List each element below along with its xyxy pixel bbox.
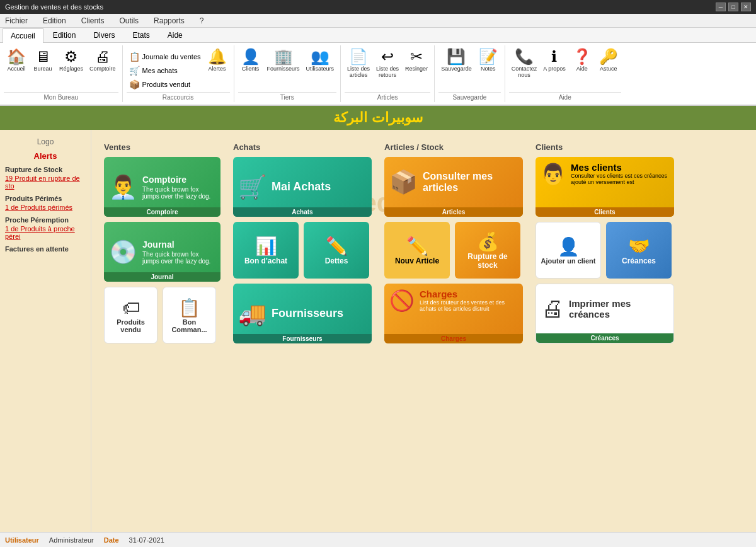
card-journal-sub: The quick brown fox jumps over the lazy … (142, 251, 215, 265)
btn-contact[interactable]: 📞 Contacteznous (509, 48, 540, 79)
btn-mes-achats[interactable]: 🛒 Mes achats (127, 64, 203, 77)
section-proche-peremption[interactable]: Proche Péremption (5, 216, 86, 224)
card-bon-achat[interactable]: 📊 Bon d'achat (233, 222, 299, 279)
section-achats: Achats 🛒 Mai Achats Achats 📊 (233, 142, 372, 343)
menu-fichier[interactable]: Fichier (3, 15, 30, 26)
btn-journale-ventes[interactable]: 📋 Journale du ventes (127, 50, 203, 63)
card-imprimer-creances[interactable]: 🖨 Imprimer mes créances Créances (536, 284, 674, 343)
section-clients: Clients 👨 Mes clients Consulter vos clie… (536, 142, 674, 343)
cart-card-icon: 🛒 (238, 174, 266, 200)
btn-accueil[interactable]: 🏠 Accueil (4, 48, 29, 73)
ribbon-tabs: Accueil Edition Divers Etats Aide (0, 28, 756, 43)
card-ajouter-client[interactable]: 👤 Ajouter un client (536, 222, 601, 279)
btn-produits-vendut[interactable]: 📦 Produits vendut (127, 78, 203, 91)
btn-reglages[interactable]: ⚙ Réglages (57, 48, 86, 73)
section-ventes: Ventes 👨‍💼 Comptoire The quick brown fox… (104, 142, 220, 343)
menu-edition[interactable]: Edition (40, 15, 69, 26)
btn-astuce[interactable]: 🔑 Astuce (596, 48, 621, 73)
mai-achats-label: Achats (233, 207, 372, 217)
alert-perimes-count[interactable]: 1 de Produits périmés (5, 202, 86, 212)
card-nouv-article[interactable]: ✏️ Nouv Article (384, 222, 450, 279)
card-comptoire[interactable]: 👨‍💼 Comptoire The quick brown fox jumps … (104, 157, 220, 217)
creances-title: Créances (622, 256, 656, 265)
phone-icon: 📞 (515, 49, 534, 64)
btn-liste-articles[interactable]: 📄 Liste desarticles (345, 48, 372, 79)
group-label-articles: Articles (345, 92, 430, 102)
tab-accueil[interactable]: Accueil (3, 28, 43, 43)
journal-icon: 📋 (129, 52, 140, 62)
supplier-icon: 🏢 (274, 49, 293, 64)
close-btn[interactable]: ✕ (741, 3, 751, 11)
btn-fournisseurs[interactable]: 🏢 Fournisseurs (265, 48, 302, 73)
fournisseurs-title: Fournisseurs (272, 307, 367, 320)
minimize-btn[interactable]: ─ (716, 3, 726, 11)
maximize-btn[interactable]: □ (728, 3, 738, 11)
person-icon: 👨 (541, 162, 566, 186)
group-aide: 📞 Contacteznous ℹ A propos ❓ Aide 🔑 Astu… (505, 45, 625, 102)
btn-sauvegarde[interactable]: 💾 Sauvegarde (438, 48, 474, 73)
menu-help[interactable]: ? (197, 15, 207, 26)
group-label-raccourcis: Raccourcis (127, 92, 230, 102)
rupture-stock-title: Rupture de stock (459, 252, 517, 270)
mes-clients-title: Mes clients (571, 162, 669, 173)
scissors-icon: ✂ (410, 49, 423, 64)
card-rupture-stock[interactable]: 💰 Rupture de stock (455, 222, 520, 279)
edit-icon: ✏️ (406, 236, 428, 256)
card-bon-commande[interactable]: 📋 Bon Comman... (163, 287, 216, 343)
card-fournisseurs[interactable]: 🚚 Fournisseurs Fournisseurs (233, 284, 372, 343)
card-creances[interactable]: 🤝 Créances (606, 222, 672, 279)
title-bar: Gestion de ventes et des stocks ─ □ ✕ (0, 0, 756, 14)
card-mai-achats[interactable]: 🛒 Mai Achats Achats (233, 157, 372, 217)
articles-label: Articles (384, 207, 523, 217)
menu-rapports[interactable]: Rapports (151, 15, 187, 26)
card-produits-vendu[interactable]: 🏷 Produits vendu (104, 287, 158, 343)
card-consulter-articles[interactable]: 📦 Consulter mes articles Articles (384, 157, 523, 217)
bon-commande-title: Bon Comman... (167, 318, 212, 333)
brand-name: سوبيرات البركة (333, 110, 422, 125)
btn-resinger[interactable]: ✂ Resinger (403, 48, 430, 73)
btn-clients[interactable]: 👤 Clients (238, 48, 263, 73)
comptoire-icon: 👨‍💼 (109, 174, 137, 200)
card-journal[interactable]: 💿 Journal The quick brown fox jumps over… (104, 222, 220, 282)
tab-divers[interactable]: Divers (85, 28, 123, 42)
btn-aide[interactable]: ❓ Aide (570, 48, 595, 73)
dashboard: Ouedkniss.com Ventes 👨‍💼 Comptoire The q… (91, 130, 756, 539)
printer-icon: 🖨 (95, 49, 110, 64)
btn-liste-retours[interactable]: ↩ Liste desretours (374, 48, 401, 79)
btn-notes[interactable]: 📝 Notes (476, 48, 501, 73)
card-journal-title: Journal (142, 239, 215, 250)
card-charges[interactable]: 🚫 Charges List des routeur des ventes et… (384, 284, 523, 343)
btn-apropos[interactable]: ℹ A propos (541, 48, 568, 73)
btn-utilisateurs[interactable]: 👥 Utilisateurs (304, 48, 337, 73)
card-comptoire-sub: The quick brown fox jumps over the lazy … (142, 186, 215, 200)
list-icon: 📄 (349, 49, 368, 64)
save-icon: 💾 (447, 49, 466, 64)
group-raccourcis: 📋 Journale du ventes 🛒 Mes achats 📦 Prod… (123, 45, 234, 102)
menu-bar: Fichier Edition Clients Outils Rapports … (0, 14, 756, 28)
box2-icon: 📦 (389, 169, 418, 195)
btn-comptoire[interactable]: 🖨 Comptoire (87, 48, 118, 73)
menu-outils[interactable]: Outils (117, 15, 141, 26)
btn-alertes[interactable]: 🔔 Alertes (205, 48, 230, 73)
tab-aide[interactable]: Aide (159, 28, 191, 42)
label-ventes: Ventes (104, 142, 220, 152)
group-label-mon-bureau: Mon Bureau (4, 92, 118, 102)
card-comptoire-label: Comptoire (104, 207, 220, 217)
handshake-icon: 🤝 (628, 236, 650, 256)
alert-rupture-count[interactable]: 19 Produit en rupture de sto (5, 173, 86, 191)
tab-edition[interactable]: Edition (45, 28, 84, 42)
alert-proche-count[interactable]: 1 de Produits à proche pérei (5, 224, 86, 241)
mai-achats-title: Mai Achats (272, 180, 367, 193)
tab-etats[interactable]: Etats (124, 28, 158, 42)
sidebar: Logo Alerts Rupture de Stock 19 Produit … (0, 130, 91, 539)
card-dettes[interactable]: ✏️ Dettes (304, 222, 369, 279)
btn-bureau[interactable]: 🖥 Bureau (30, 48, 55, 73)
section-factures-attente[interactable]: Factures en attente (5, 245, 86, 253)
sidebar-logo: Logo (5, 135, 86, 149)
ribbon: 🏠 Accueil 🖥 Bureau ⚙ Réglages 🖨 Comptoir… (0, 43, 756, 106)
card-mes-clients[interactable]: 👨 Mes clients Consulter vos clients est … (536, 157, 674, 217)
section-rupture-stock[interactable]: Rupture de Stock (5, 166, 86, 173)
table-icon: 📋 (178, 297, 200, 318)
menu-clients[interactable]: Clients (79, 15, 107, 26)
section-produits-perimes[interactable]: Produits Périmés (5, 195, 86, 202)
